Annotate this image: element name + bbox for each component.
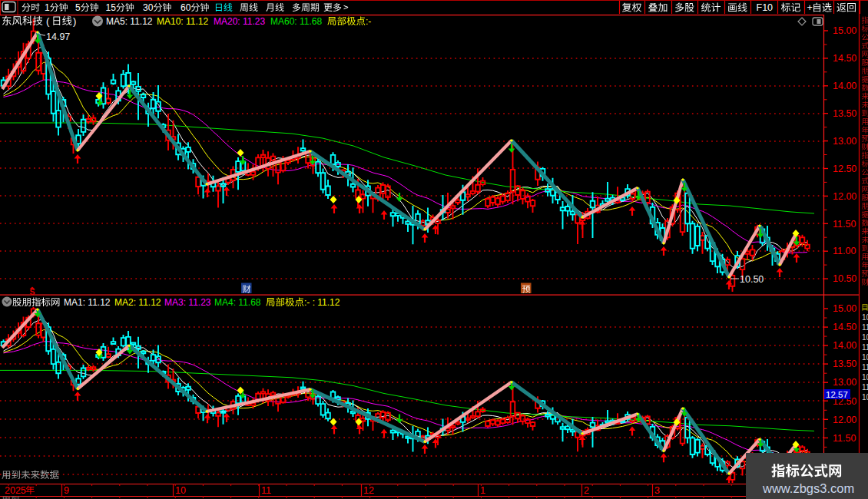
svg-text:14.50: 14.50 [833, 53, 856, 64]
svg-text:11.00: 11.00 [833, 246, 856, 256]
svg-text:15.00: 15.00 [833, 303, 856, 314]
svg-text:12.00: 12.00 [833, 415, 856, 425]
svg-text:(: ( [46, 15, 50, 27]
svg-text:14.00: 14.00 [833, 81, 856, 91]
svg-text:10: 10 [862, 393, 868, 402]
svg-text::- : 11.12: :- : 11.12 [304, 297, 340, 308]
svg-text:15: 15 [106, 2, 117, 13]
svg-text:11: 11 [862, 343, 868, 352]
svg-text:13.00: 13.00 [833, 136, 856, 147]
svg-text:MA10: 11.12: MA10: 11.12 [157, 16, 208, 27]
svg-text:13.50: 13.50 [833, 359, 856, 369]
svg-text:10: 10 [175, 485, 186, 496]
svg-text:www.zbgs3.com: www.zbgs3.com [762, 481, 854, 495]
svg-text:9: 9 [64, 485, 69, 496]
svg-text:11: 11 [862, 363, 868, 372]
svg-text:11: 11 [862, 323, 868, 332]
svg-text:3: 3 [654, 485, 660, 496]
svg-text:MA1: 11.12: MA1: 11.12 [64, 297, 111, 308]
svg-text:1: 1 [45, 2, 50, 13]
svg-text:2025: 2025 [5, 485, 26, 496]
svg-text:MA5: 11.12: MA5: 11.12 [106, 16, 153, 27]
svg-text:10: 10 [862, 353, 868, 362]
svg-text:MA60: 11.68: MA60: 11.68 [270, 16, 322, 27]
svg-text:14.97: 14.97 [46, 31, 70, 42]
svg-text:5: 5 [75, 2, 81, 13]
svg-text:11: 11 [862, 383, 868, 392]
svg-text:13.00: 13.00 [833, 377, 856, 388]
svg-text:10.50: 10.50 [740, 274, 764, 285]
svg-text:12.00: 12.00 [833, 191, 856, 202]
svg-text:10: 10 [862, 313, 868, 322]
svg-text:+: + [807, 2, 813, 13]
svg-text:30: 30 [143, 2, 154, 13]
svg-text:10: 10 [862, 333, 868, 342]
svg-text:14.00: 14.00 [833, 340, 856, 351]
svg-text:10: 10 [862, 373, 868, 382]
svg-text:MA2: 11.12: MA2: 11.12 [114, 297, 161, 308]
svg-text:F10: F10 [757, 2, 774, 13]
svg-text:2: 2 [584, 485, 589, 496]
svg-text:MA4: 11.68: MA4: 11.68 [214, 297, 261, 308]
svg-text:13.50: 13.50 [833, 108, 856, 119]
svg-text:MA20: 11.23: MA20: 11.23 [214, 16, 265, 27]
svg-text:12: 12 [363, 485, 374, 496]
svg-text:): ) [73, 15, 76, 27]
svg-text:60: 60 [181, 2, 191, 13]
svg-text:11.50: 11.50 [833, 433, 856, 444]
svg-text:10.50: 10.50 [833, 273, 856, 284]
svg-text:11.50: 11.50 [833, 219, 856, 230]
svg-text:15.00: 15.00 [833, 25, 856, 36]
svg-text:12.50: 12.50 [833, 164, 856, 174]
svg-text:MA3: 11.23: MA3: 11.23 [164, 297, 211, 308]
svg-text::-: :- [366, 16, 371, 27]
svg-text:1: 1 [480, 485, 485, 496]
svg-text:12.57: 12.57 [826, 390, 848, 399]
svg-text:14.50: 14.50 [833, 322, 856, 332]
svg-text:11: 11 [261, 485, 271, 496]
svg-text:S: S [30, 287, 35, 296]
